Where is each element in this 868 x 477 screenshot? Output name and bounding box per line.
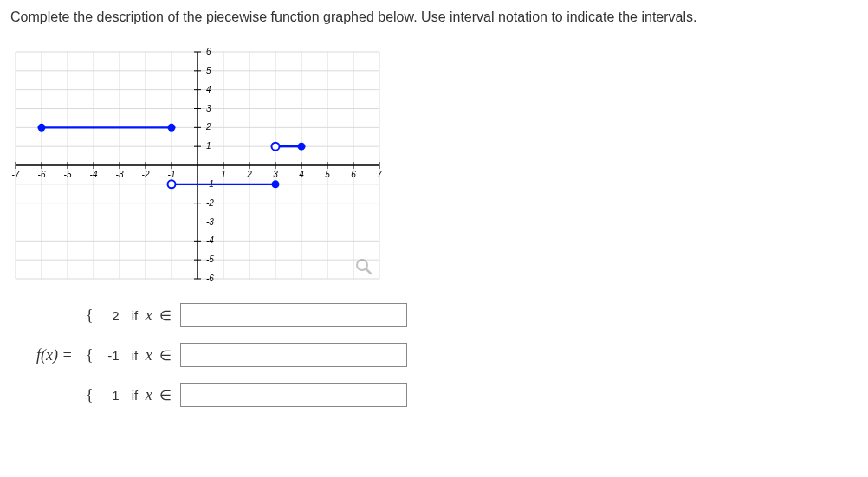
svg-text:6: 6	[206, 48, 211, 56]
svg-text:-6: -6	[206, 274, 214, 282]
svg-text:-5: -5	[206, 255, 214, 264]
svg-point-90	[298, 143, 306, 151]
svg-text:5: 5	[325, 170, 330, 179]
function-lhs: f(x) =	[10, 346, 81, 364]
svg-text:-7: -7	[12, 170, 20, 179]
condition-label: if x ∈	[120, 346, 181, 364]
brace-symbol: {	[81, 386, 94, 404]
svg-text:1: 1	[206, 141, 211, 151]
piece-row: { 2 if x ∈	[81, 303, 408, 327]
svg-line-92	[366, 269, 371, 274]
svg-text:-6: -6	[38, 170, 46, 179]
svg-text:4: 4	[206, 85, 211, 94]
svg-text:-4: -4	[90, 170, 98, 179]
svg-text:6: 6	[351, 170, 356, 179]
interval-input-2[interactable]	[180, 343, 407, 367]
piece-row: { 1 if x ∈	[81, 383, 408, 407]
interval-input-3[interactable]	[180, 383, 407, 407]
svg-text:7: 7	[377, 170, 382, 179]
svg-text:3: 3	[273, 170, 278, 179]
svg-text:3: 3	[206, 104, 211, 113]
svg-text:-3: -3	[116, 170, 124, 179]
condition-label: if x ∈	[120, 306, 181, 325]
svg-point-84	[168, 124, 176, 132]
magnify-icon[interactable]	[355, 258, 372, 279]
svg-text:2: 2	[246, 170, 252, 179]
brace-symbol: {	[81, 306, 94, 325]
svg-text:-3: -3	[206, 217, 214, 227]
piece-row: { -1 if x ∈	[81, 343, 408, 367]
svg-text:-2: -2	[206, 198, 214, 208]
svg-text:4: 4	[299, 170, 304, 179]
piece-value: 2	[94, 308, 120, 323]
svg-text:-2: -2	[142, 170, 150, 179]
svg-text:-5: -5	[64, 170, 72, 179]
svg-point-86	[168, 180, 176, 188]
piecewise-graph: -7-6-5-4-3-2-11234567-6-5-4-3-2-1123456	[10, 48, 385, 282]
piece-value: -1	[94, 348, 120, 363]
svg-point-83	[38, 124, 46, 132]
svg-text:-1: -1	[168, 170, 176, 179]
interval-input-1[interactable]	[180, 303, 407, 327]
svg-text:1: 1	[221, 170, 226, 179]
svg-point-87	[272, 180, 280, 188]
svg-point-89	[272, 143, 280, 151]
svg-text:5: 5	[206, 66, 211, 75]
question-prompt: Complete the description of the piecewis…	[10, 7, 858, 28]
brace-symbol: {	[81, 346, 94, 364]
piece-value: 1	[94, 388, 120, 403]
svg-text:-4: -4	[206, 235, 214, 245]
piecewise-definition: f(x) = { 2 if x ∈ { -1 if x ∈ { 1	[10, 303, 858, 407]
condition-label: if x ∈	[120, 386, 181, 404]
svg-text:2: 2	[205, 122, 211, 132]
